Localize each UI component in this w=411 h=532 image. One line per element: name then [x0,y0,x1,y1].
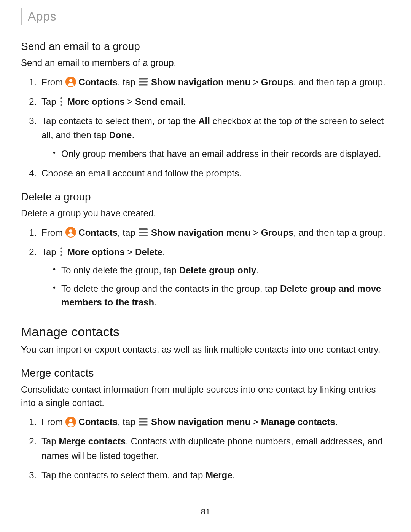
step: Tap the contacts to select them, and tap… [39,468,390,482]
text: > [250,227,261,238]
text: From [41,417,65,427]
step: Choose an email account and follow the p… [39,166,390,180]
header-rule [21,8,22,25]
label: Contacts [78,227,118,238]
text: , and then tap a group. [293,77,386,87]
steps-send-email-group: From Contacts, tap Show navigation menu … [21,75,390,180]
more-options-icon [59,247,65,256]
text: From [41,77,65,87]
text: . [132,130,134,140]
menu-icon [138,418,148,426]
page-header: Apps [21,8,390,25]
step: Tap More options > Delete. To only delet… [39,245,390,309]
label: More options [67,96,125,107]
text: . [256,265,259,275]
text: , and then tap a group. [293,227,386,238]
step: From Contacts, tap Show navigation menu … [39,75,390,89]
text: . [335,417,338,427]
label: Groups [261,77,293,87]
intro-manage-contacts: You can import or export contacts, as we… [21,343,390,356]
heading-send-email-group: Send an email to a group [21,40,390,53]
substeps: To only delete the group, tap Delete gro… [41,264,390,309]
text: > [125,96,135,107]
text: From [41,227,65,238]
step: Tap More options > Send email. [39,94,390,109]
step: From Contacts, tap Show navigation menu … [39,415,390,429]
text: . [162,247,165,257]
intro-delete-group: Delete a group you have created. [21,207,390,220]
text: > [250,77,261,87]
label: Done [109,130,132,140]
label: Manage contacts [261,417,335,427]
text: Choose an email account and follow the p… [41,168,242,178]
step: Tap contacts to select them, or tap the … [39,114,390,160]
heading-merge-contacts: Merge contacts [21,367,390,379]
step: From Contacts, tap Show navigation menu … [39,225,390,240]
label: Contacts [78,417,118,427]
text: To delete the group and the contacts in … [61,283,280,294]
label: Delete [135,247,162,257]
label: Delete group only [179,265,256,275]
text: Tap contacts to select them, or tap the [41,116,198,126]
label: Merge [206,470,233,480]
text: > [250,417,261,427]
label: Show navigation menu [151,227,250,238]
text: > [125,247,135,257]
text: , tap [118,77,138,87]
more-options-icon [59,97,65,106]
step: Tap Merge contacts. Contacts with duplic… [39,434,390,462]
contacts-icon [65,77,76,87]
text: , tap [118,417,138,427]
intro-send-email-group: Send an email to members of a group. [21,56,390,70]
substep: To only delete the group, tap Delete gro… [53,264,390,277]
label: Show navigation menu [151,77,250,87]
text: Tap [41,247,59,257]
text: Tap [41,436,59,446]
label: More options [67,247,125,257]
substep: Only group members that have an email ad… [53,147,390,161]
label: Contacts [78,77,118,87]
menu-icon [138,78,148,86]
substeps: Only group members that have an email ad… [41,147,390,161]
page: Apps Send an email to a group Send an em… [0,0,411,532]
header-title: Apps [28,10,56,24]
text: . [233,470,235,480]
text: . [154,297,157,307]
text: Tap the contacts to select them, and tap [41,470,206,480]
text: To only delete the group, tap [61,265,179,275]
heading-manage-contacts: Manage contacts [21,324,390,339]
label: Merge contacts [59,436,126,446]
page-number: 81 [0,507,411,517]
text: . [183,96,186,107]
label: Show navigation menu [151,417,250,427]
label: Send email [135,96,183,107]
text: , tap [118,227,138,238]
label: All [198,116,210,126]
intro-merge-contacts: Consolidate contact information from mul… [21,383,390,410]
text: Only group members that have an email ad… [61,149,381,159]
steps-delete-group: From Contacts, tap Show navigation menu … [21,225,390,309]
heading-delete-group: Delete a group [21,191,390,203]
contacts-icon [65,227,76,238]
menu-icon [138,228,148,236]
steps-merge-contacts: From Contacts, tap Show navigation menu … [21,415,390,482]
contacts-icon [65,417,76,427]
substep: To delete the group and the contacts in … [53,282,390,309]
label: Groups [261,227,293,238]
text: Tap [41,96,59,107]
